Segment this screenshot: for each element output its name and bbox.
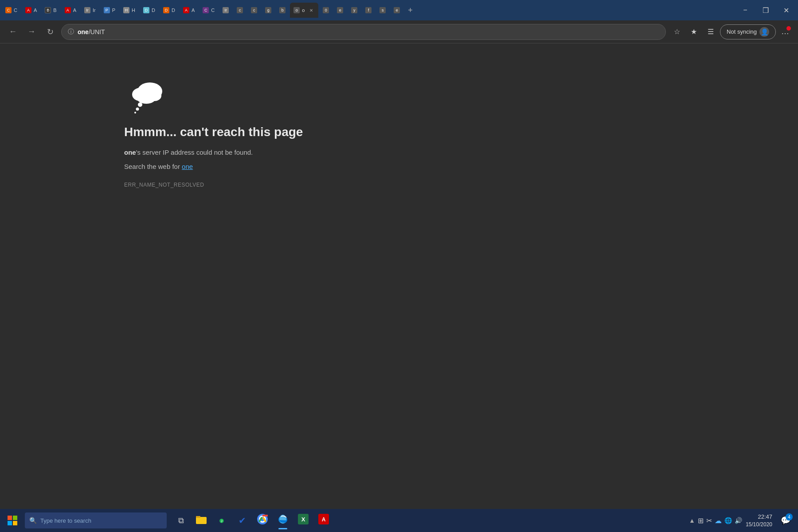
tab-item-p[interactable]: P P: [100, 3, 119, 18]
search-placeholder: Type here to search: [40, 517, 91, 524]
tab-item-active[interactable]: o o ✕: [290, 3, 318, 18]
tab-item-d2[interactable]: D D: [160, 3, 179, 18]
onedrive-icon[interactable]: ☁: [715, 516, 722, 525]
svg-rect-9: [8, 521, 12, 525]
tab-icon-b2: b: [279, 7, 286, 13]
tab-icon-d: D: [143, 7, 149, 13]
tab-item-0[interactable]: 0: [319, 3, 332, 18]
forward-button[interactable]: →: [24, 24, 39, 39]
network-icon[interactable]: 🌐: [724, 517, 732, 524]
tab-icon-s: s: [379, 7, 386, 13]
error-code: ERR_NAME_NOT_RESOLVED: [124, 182, 204, 188]
tab-item-c[interactable]: C C: [2, 3, 21, 18]
taskbar-search[interactable]: 🔍 Type here to search: [25, 512, 167, 528]
task-view-button[interactable]: ⧉: [171, 511, 191, 530]
excel-icon: X: [298, 514, 309, 527]
tab-icon-b: B: [45, 7, 51, 13]
volume-icon[interactable]: 🔊: [735, 517, 742, 524]
error-body-server: one's server IP address could not be fou…: [124, 147, 253, 158]
tab-item-c2[interactable]: C C: [199, 3, 218, 18]
file-explorer-icon: [196, 514, 207, 527]
tab-item-b2[interactable]: b: [276, 3, 289, 18]
profile-avatar: 👤: [759, 27, 769, 37]
tab-item-h[interactable]: H H: [120, 3, 139, 18]
snip-icon[interactable]: ✂: [706, 516, 712, 525]
error-heading: Hmmm... can't reach this page: [124, 125, 303, 139]
chrome-icon: [257, 514, 268, 527]
svg-rect-7: [8, 516, 12, 520]
edge-app[interactable]: [273, 511, 293, 530]
tab-item-b[interactable]: B B: [41, 3, 60, 18]
tab-icon-d2: D: [163, 7, 169, 13]
maximize-button[interactable]: ❒: [755, 3, 776, 18]
task-view-icon: ⧉: [178, 516, 184, 525]
tab-item-f[interactable]: f: [362, 3, 375, 18]
tab-item-c3[interactable]: c: [233, 3, 246, 18]
clock-date: 15/10/2020: [746, 521, 772, 528]
todo-app[interactable]: ✔: [232, 511, 252, 530]
tab-icon-ir2: Ir: [223, 7, 229, 13]
clock-time: 22:47: [746, 513, 772, 521]
tab-bar: C C A A B B A A Ir Ir P P H H D D D D A …: [0, 0, 798, 20]
collections-button[interactable]: ★: [686, 24, 701, 39]
notification-center-button[interactable]: 💬 4: [776, 511, 795, 530]
tab-item-a3[interactable]: A A: [180, 3, 198, 18]
spotify-app[interactable]: ● ♪: [212, 511, 231, 530]
tab-icon-ir: Ir: [84, 7, 90, 13]
sync-button[interactable]: Not syncing 👤: [720, 24, 776, 39]
taskbar-clock[interactable]: 22:47 15/10/2020: [746, 513, 772, 528]
window-controls: − ❒ ✕: [735, 3, 796, 18]
refresh-button[interactable]: ↻: [43, 24, 58, 39]
svg-rect-10: [13, 521, 17, 525]
tab-icon-p: P: [104, 7, 110, 13]
tab-icon-e2: e: [394, 7, 400, 13]
svg-point-4: [138, 102, 142, 107]
acrobat-app[interactable]: A: [314, 511, 333, 530]
tab-icon-e: e: [337, 7, 343, 13]
tab-icon-c4: c: [251, 7, 257, 13]
address-bar[interactable]: ⓘ one/UNIT: [61, 24, 666, 40]
error-search-link[interactable]: one: [182, 163, 193, 170]
thought-bubble-icon: [124, 79, 168, 116]
start-button[interactable]: [3, 511, 22, 530]
tab-item-g[interactable]: g: [262, 3, 275, 18]
tab-item-y[interactable]: y: [348, 3, 361, 18]
file-explorer-app[interactable]: [192, 511, 211, 530]
tab-item-s[interactable]: s: [376, 3, 389, 18]
back-button[interactable]: ←: [5, 24, 20, 39]
tab-item-e[interactable]: e: [333, 3, 347, 18]
toolbar-actions: ☆ ★ ☰ Not syncing 👤 …: [669, 24, 793, 39]
taskbar-apps: ⧉ ● ♪ ✔: [171, 511, 333, 530]
tablet-mode-icon[interactable]: ⊞: [698, 516, 704, 525]
chrome-app[interactable]: [253, 511, 272, 530]
tab-icon-h: H: [123, 7, 129, 13]
error-domain-bold: one: [124, 149, 136, 156]
tab-item-d[interactable]: D D: [140, 3, 159, 18]
new-tab-button[interactable]: +: [404, 6, 416, 15]
tab-icon-a: A: [25, 7, 31, 13]
tab-icon-0: 0: [323, 7, 329, 13]
todo-icon: ✔: [239, 515, 246, 526]
taskbar-right: ▲ ⊞ ✂ ☁ 🌐 🔊 22:47 15/10/2020 💬 4: [689, 511, 795, 530]
tab-item-a1[interactable]: A A: [22, 3, 40, 18]
sidebar-button[interactable]: ☰: [703, 24, 718, 39]
minimize-button[interactable]: −: [735, 3, 755, 18]
taskbar: 🔍 Type here to search ⧉ ● ♪ ✔: [0, 509, 798, 532]
tab-item-a2[interactable]: A A: [61, 3, 80, 18]
notification-dot: [786, 26, 791, 31]
system-tray-icons: ▲ ⊞ ✂ ☁ 🌐 🔊: [689, 516, 742, 525]
tab-item-e2[interactable]: e: [390, 3, 403, 18]
favorites-button[interactable]: ☆: [669, 24, 685, 39]
close-button[interactable]: ✕: [776, 3, 796, 18]
excel-app[interactable]: X: [293, 511, 313, 530]
browser-menu-button[interactable]: …: [778, 24, 793, 39]
tab-item-ir[interactable]: Ir Ir: [81, 3, 99, 18]
tab-close-button[interactable]: ✕: [308, 7, 315, 14]
acrobat-icon: A: [318, 514, 329, 527]
tab-icon-a3: A: [183, 7, 189, 13]
tab-item-c4[interactable]: c: [247, 3, 261, 18]
tab-icon-active: o: [293, 7, 300, 13]
chevron-up-icon[interactable]: ▲: [689, 517, 695, 524]
tab-icon-f: f: [365, 7, 372, 13]
tab-item-ir2[interactable]: Ir: [219, 3, 232, 18]
